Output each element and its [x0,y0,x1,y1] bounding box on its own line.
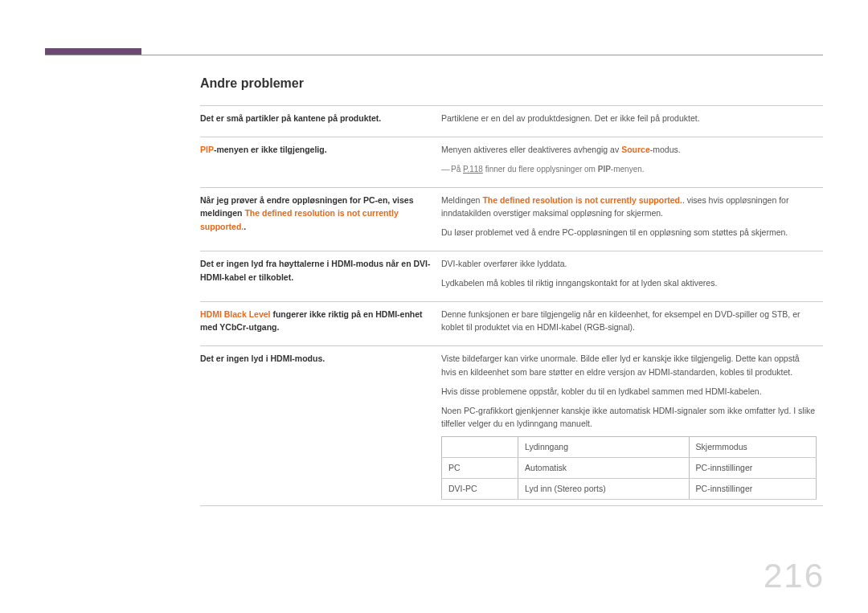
text-run: -menyen. [611,165,645,174]
inner-header-cell [442,437,518,458]
text-run: Noen PC-grafikkort gjenkjenner kanskje i… [441,406,815,429]
paragraph: Meldingen The defined resolution is not … [441,194,817,221]
table-row: Det er ingen lyd i HDMI-modus.Viste bild… [200,346,823,505]
text-run: PIP [200,145,214,154]
paragraph: DVI-kabler overfører ikke lyddata. [441,257,817,271]
paragraph: Noen PC-grafikkort gjenkjenner kanskje i… [441,404,817,431]
text-run: Viste bildefarger kan virke unormale. Bi… [441,353,800,377]
text-run: Det er ingen lyd fra høyttalerne i HDMI-… [200,259,430,282]
text-run: HDMI Black Level [200,309,271,319]
issue-cell: Det er ingen lyd i HDMI-modus. [200,346,441,505]
text-run: Denne funksjonen er bare tilgjengelig nå… [441,309,800,333]
solution-cell: Denne funksjonen er bare tilgjengelig nå… [441,301,823,346]
table-row: HDMI Black Level fungerer ikke riktig på… [200,301,823,346]
text-run: -menyen er ikke tilgjengelig. [214,145,327,154]
main-content: Andre problemer Det er små partikler på … [200,76,823,506]
table-row: PIP-menyen er ikke tilgjengelig.Menyen a… [200,137,823,187]
inner-cell: Lyd inn (Stereo ports) [518,478,690,499]
solution-cell: DVI-kabler overfører ikke lyddata.Lydkab… [441,251,823,301]
text-run: Menyen aktiveres eller deaktiveres avhen… [441,145,621,154]
text-run: finner du flere opplysninger om [483,165,598,174]
page-number: 216 [764,557,825,595]
solution-cell: Menyen aktiveres eller deaktiveres avhen… [441,137,823,187]
text-run: Source [621,145,650,154]
text-run: Hvis disse problemene oppstår, kobler du… [441,386,762,396]
text-run: Du løser problemet ved å endre PC-oppløs… [441,227,788,237]
text-run: PIP [598,165,611,174]
text-run[interactable]: P.118 [463,165,483,174]
solution-cell: Meldingen The defined resolution is not … [441,187,823,251]
table-row: Når jeg prøver å endre oppløsningen for … [200,187,823,251]
text-run: ― [441,162,451,176]
header-color-bar [45,48,141,55]
issue-cell: Det er små partikler på kantene på produ… [200,106,441,137]
paragraph: Lydkabelen må kobles til riktig inngangs… [441,276,817,290]
text-run: DVI-kabler overfører ikke lyddata. [441,259,567,268]
paragraph: Viste bildefarger kan virke unormale. Bi… [441,352,817,379]
paragraph: Partiklene er en del av produktdesignen.… [441,112,817,125]
inner-header-cell: Skjermmodus [689,437,816,458]
issue-cell: HDMI Black Level fungerer ikke riktig på… [200,301,441,346]
text-run: The defined resolution is not currently … [482,195,682,205]
troubleshoot-table: Det er små partikler på kantene på produ… [200,105,823,506]
issue-cell: Når jeg prøver å endre oppløsningen for … [200,187,441,251]
issue-cell: Det er ingen lyd fra høyttalerne i HDMI-… [200,251,441,301]
inner-cell: PC-innstillinger [689,478,816,499]
table-row: Det er ingen lyd fra høyttalerne i HDMI-… [200,251,823,301]
issue-cell: PIP-menyen er ikke tilgjengelig. [200,137,441,187]
inner-cell: PC-innstillinger [689,457,816,478]
inner-header-cell: Lydinngang [518,437,690,458]
text-run: Meldingen [441,195,482,205]
paragraph: ― På P.118 finner du flere opplysninger … [441,162,817,176]
solution-cell: Partiklene er en del av produktdesignen.… [441,106,823,137]
text-run: Det er ingen lyd i HDMI-modus. [200,353,325,363]
solution-cell: Viste bildefarger kan virke unormale. Bi… [441,346,823,505]
text-run: Det er små partikler på kantene på produ… [200,113,381,123]
text-run: På [451,165,463,174]
text-run: Lydkabelen må kobles til riktig inngangs… [441,278,717,288]
paragraph: Menyen aktiveres eller deaktiveres avhen… [441,143,817,157]
table-row: Det er små partikler på kantene på produ… [200,106,823,137]
header-rule [45,55,823,55]
section-title: Andre problemer [200,76,823,91]
inner-cell: PC [442,457,518,478]
paragraph: Denne funksjonen er bare tilgjengelig nå… [441,308,817,335]
text-run: Partiklene er en del av produktdesignen.… [441,113,700,123]
text-run: -modus. [650,145,681,154]
inner-cell: Automatisk [518,457,690,478]
paragraph: Hvis disse problemene oppstår, kobler du… [441,385,817,398]
paragraph: Du løser problemet ved å endre PC-oppløs… [441,226,817,239]
inner-table: LydinngangSkjermmodusPCAutomatiskPC-inns… [441,436,817,499]
text-run: . [244,222,246,231]
inner-cell: DVI-PC [442,478,518,499]
